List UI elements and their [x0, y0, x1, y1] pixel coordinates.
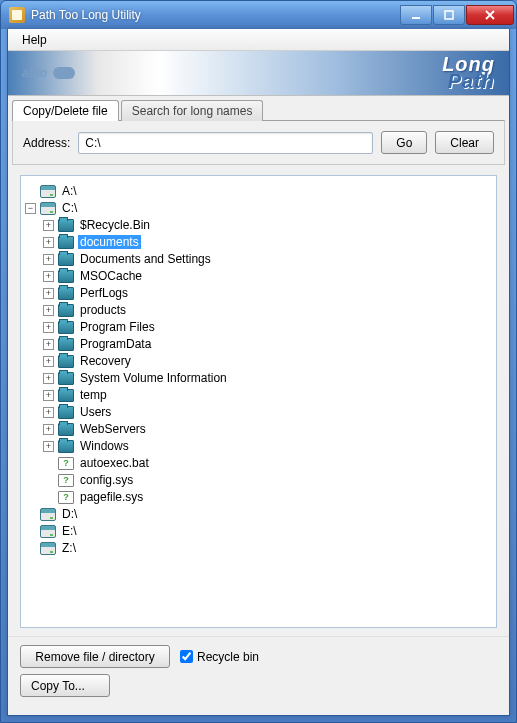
drive-z[interactable]: Z:\	[25, 540, 492, 556]
folder-icon	[58, 389, 74, 402]
folder-recycle-bin[interactable]: +$Recycle.Bin	[43, 217, 492, 233]
recycle-bin-label: Recycle bin	[197, 650, 259, 664]
node-label: Z:\	[60, 541, 78, 555]
go-button[interactable]: Go	[381, 131, 427, 154]
drive-d[interactable]: D:\	[25, 506, 492, 522]
folder-icon	[58, 321, 74, 334]
folder-program-files[interactable]: +Program Files	[43, 319, 492, 335]
menu-help[interactable]: Help	[14, 31, 55, 49]
brand-text: abto	[22, 66, 47, 80]
folder-recovery[interactable]: +Recovery	[43, 353, 492, 369]
node-label: System Volume Information	[78, 371, 229, 385]
folder-icon	[58, 406, 74, 419]
node-label: E:\	[60, 524, 79, 538]
window-title: Path Too Long Utility	[31, 8, 400, 22]
node-label: pagefile.sys	[78, 490, 145, 504]
expand-icon[interactable]: +	[43, 271, 54, 282]
node-label: Windows	[78, 439, 131, 453]
node-label: PerfLogs	[78, 286, 130, 300]
drive-icon	[40, 508, 56, 521]
expand-icon[interactable]: +	[43, 254, 54, 265]
svg-rect-0	[412, 17, 420, 19]
node-label: MSOCache	[78, 269, 144, 283]
recycle-bin-checkbox[interactable]: Recycle bin	[180, 650, 259, 664]
node-label: C:\	[60, 201, 79, 215]
drive-icon	[40, 542, 56, 555]
folder-icon	[58, 423, 74, 436]
close-button[interactable]	[466, 5, 514, 25]
node-label: Recovery	[78, 354, 133, 368]
expand-icon[interactable]: +	[43, 220, 54, 231]
address-input[interactable]	[78, 132, 373, 154]
folder-icon	[58, 236, 74, 249]
node-label: documents	[78, 235, 141, 249]
node-label: $Recycle.Bin	[78, 218, 152, 232]
copy-to-button[interactable]: Copy To...	[20, 674, 110, 697]
folder-users[interactable]: +Users	[43, 404, 492, 420]
folder-icon	[58, 270, 74, 283]
file-pagefile[interactable]: pagefile.sys	[43, 489, 492, 505]
folder-icon	[58, 338, 74, 351]
maximize-button[interactable]	[433, 5, 465, 25]
node-label: products	[78, 303, 128, 317]
expand-icon[interactable]: +	[43, 373, 54, 384]
folder-icon	[58, 440, 74, 453]
bottom-panel: Remove file / directory Recycle bin Copy…	[8, 636, 509, 715]
tab-copy-delete[interactable]: Copy/Delete file	[12, 100, 119, 121]
drive-e[interactable]: E:\	[25, 523, 492, 539]
svg-rect-1	[445, 11, 453, 19]
banner: abto Long Path	[8, 51, 509, 96]
folder-icon	[58, 372, 74, 385]
drive-c[interactable]: −C:\	[25, 200, 492, 216]
folder-programdata[interactable]: +ProgramData	[43, 336, 492, 352]
folder-webservers[interactable]: +WebServers	[43, 421, 492, 437]
node-label: D:\	[60, 507, 79, 521]
tab-strip: Copy/Delete file Search for long names	[8, 96, 509, 120]
expand-icon[interactable]: +	[43, 356, 54, 367]
folder-products[interactable]: +products	[43, 302, 492, 318]
remove-button[interactable]: Remove file / directory	[20, 645, 170, 668]
drive-icon	[40, 185, 56, 198]
address-label: Address:	[23, 136, 70, 150]
folder-svi[interactable]: +System Volume Information	[43, 370, 492, 386]
file-autoexec[interactable]: autoexec.bat	[43, 455, 492, 471]
recycle-bin-input[interactable]	[180, 650, 193, 663]
expand-icon[interactable]: +	[43, 441, 54, 452]
expand-icon[interactable]: +	[43, 322, 54, 333]
collapse-icon[interactable]: −	[25, 203, 36, 214]
client-area: Help abto Long Path Copy/Delete file Sea…	[7, 29, 510, 716]
folder-documents-and-settings[interactable]: +Documents and Settings	[43, 251, 492, 267]
file-icon	[58, 491, 74, 504]
folder-tree[interactable]: A:\ −C:\ +$Recycle.Bin +documents +Docum…	[20, 175, 497, 628]
node-label: Documents and Settings	[78, 252, 213, 266]
expand-icon[interactable]: +	[43, 407, 54, 418]
folder-icon	[58, 253, 74, 266]
expand-icon[interactable]: +	[43, 288, 54, 299]
clear-button[interactable]: Clear	[435, 131, 494, 154]
folder-perflogs[interactable]: +PerfLogs	[43, 285, 492, 301]
expand-icon[interactable]: +	[43, 339, 54, 350]
node-label: autoexec.bat	[78, 456, 151, 470]
drive-a[interactable]: A:\	[25, 183, 492, 199]
expand-icon[interactable]: +	[43, 390, 54, 401]
minimize-button[interactable]	[400, 5, 432, 25]
expand-icon[interactable]: +	[43, 305, 54, 316]
app-icon	[9, 7, 25, 23]
node-label: config.sys	[78, 473, 135, 487]
drive-icon	[40, 202, 56, 215]
expand-icon[interactable]: +	[43, 237, 54, 248]
node-label: ProgramData	[78, 337, 153, 351]
folder-windows[interactable]: +Windows	[43, 438, 492, 454]
banner-logo: Long Path	[442, 56, 495, 90]
folder-msocache[interactable]: +MSOCache	[43, 268, 492, 284]
window-buttons	[400, 5, 514, 25]
folder-documents[interactable]: +documents	[43, 234, 492, 250]
tab-search-long[interactable]: Search for long names	[121, 100, 264, 121]
folder-icon	[58, 304, 74, 317]
folder-temp[interactable]: +temp	[43, 387, 492, 403]
titlebar[interactable]: Path Too Long Utility	[1, 1, 516, 29]
expand-icon[interactable]: +	[43, 424, 54, 435]
file-configsys[interactable]: config.sys	[43, 472, 492, 488]
logo-line2: Path	[442, 73, 495, 90]
node-label: Program Files	[78, 320, 157, 334]
